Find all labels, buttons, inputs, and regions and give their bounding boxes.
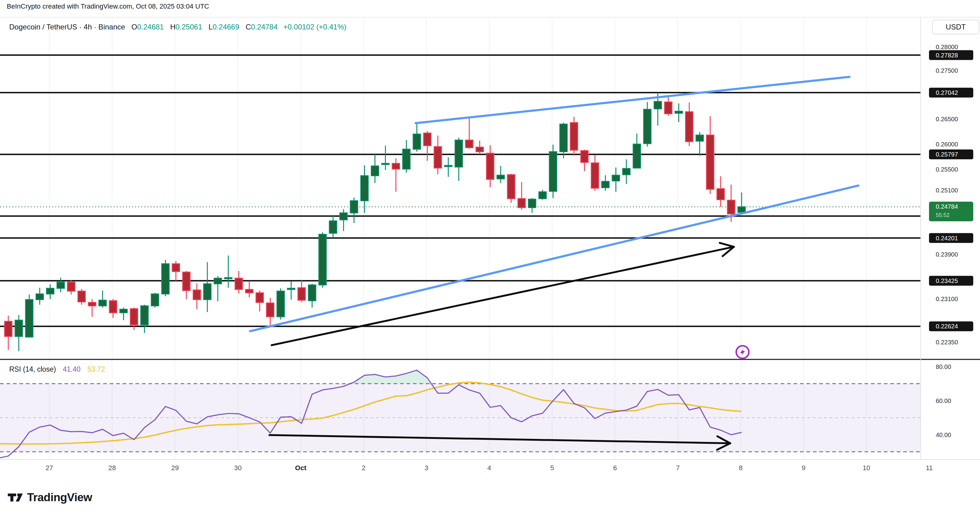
- svg-text:0.23100: 0.23100: [936, 296, 958, 302]
- symbol-title[interactable]: Dogecoin / TetherUS · 4h · Binance: [9, 23, 125, 31]
- high-value: 0.25061: [175, 23, 202, 31]
- svg-text:0.27828: 0.27828: [936, 52, 958, 59]
- trend-arrow-main[interactable]: [272, 243, 734, 345]
- open-label: O: [132, 23, 137, 31]
- svg-text:80.00: 80.00: [936, 363, 951, 370]
- rsi-ma-value: 53.72: [87, 365, 105, 373]
- svg-text:55:52: 55:52: [936, 212, 950, 218]
- svg-text:Oct: Oct: [295, 464, 307, 472]
- tradingview-logo-icon: [7, 490, 23, 505]
- svg-text:0.27500: 0.27500: [936, 67, 958, 74]
- svg-text:0.25100: 0.25100: [936, 187, 958, 194]
- chart-legend: Dogecoin / TetherUS · 4h · Binance O0.24…: [9, 23, 347, 31]
- svg-text:0.25797: 0.25797: [936, 151, 958, 158]
- svg-text:27: 27: [46, 464, 53, 472]
- svg-text:28: 28: [108, 464, 116, 472]
- flash-icon[interactable]: [737, 346, 749, 358]
- svg-text:11: 11: [926, 464, 933, 472]
- open-value: 0.24681: [137, 23, 164, 31]
- svg-text:0.23425: 0.23425: [936, 277, 958, 284]
- close-value: 0.24784: [251, 23, 278, 31]
- svg-text:10: 10: [863, 464, 870, 472]
- svg-text:60.00: 60.00: [936, 398, 951, 404]
- close-label: C: [245, 23, 251, 31]
- price-axis[interactable]: 0.280000.275000.265000.260000.255000.251…: [929, 44, 973, 438]
- trendline-lower[interactable]: [250, 186, 858, 331]
- svg-text:3: 3: [425, 464, 428, 472]
- current-price-label: 0.2478455:52: [929, 202, 973, 221]
- svg-text:7: 7: [676, 464, 679, 472]
- svg-text:0.22624: 0.22624: [936, 323, 958, 330]
- svg-text:6: 6: [613, 464, 617, 472]
- candlesticks: [5, 93, 745, 351]
- rsi-legend: RSI (14, close) 41.40 53.72: [9, 365, 105, 374]
- svg-text:0.24201: 0.24201: [936, 235, 958, 242]
- trendline-upper[interactable]: [416, 77, 850, 123]
- rsi-value: 41.40: [63, 365, 81, 373]
- svg-text:40.00: 40.00: [936, 431, 951, 438]
- svg-text:4: 4: [488, 464, 491, 472]
- currency-toggle-button[interactable]: USDT: [932, 20, 979, 34]
- high-label: H: [170, 23, 175, 31]
- low-value: 0.24669: [213, 23, 239, 31]
- svg-text:29: 29: [171, 464, 178, 472]
- tradingview-logo-text: TradingView: [27, 491, 92, 504]
- price-level-lines: [0, 55, 921, 326]
- time-axis[interactable]: 27282930Oct234567891011: [46, 464, 933, 472]
- svg-text:0.25500: 0.25500: [936, 166, 958, 173]
- rsi-band: [0, 383, 921, 452]
- svg-text:8: 8: [739, 464, 743, 472]
- tradingview-logo[interactable]: TradingView: [7, 490, 92, 505]
- svg-text:0.24784: 0.24784: [936, 203, 958, 210]
- svg-text:9: 9: [802, 464, 805, 472]
- svg-text:5: 5: [550, 464, 554, 472]
- svg-text:30: 30: [234, 464, 242, 472]
- svg-text:0.27042: 0.27042: [936, 89, 958, 96]
- svg-text:0.22350: 0.22350: [936, 339, 958, 345]
- svg-text:0.26000: 0.26000: [936, 141, 958, 147]
- svg-text:2: 2: [361, 464, 365, 472]
- chart-canvas[interactable]: 0.280000.275000.265000.260000.255000.251…: [0, 0, 980, 515]
- rsi-title: RSI (14, close): [9, 365, 56, 373]
- svg-text:0.23900: 0.23900: [936, 251, 958, 258]
- low-label: L: [208, 23, 213, 31]
- change-value: +0.00102 (+0.41%): [283, 23, 347, 31]
- attribution-text: BeInCrypto created with TradingView.com,…: [7, 2, 209, 10]
- svg-text:0.26500: 0.26500: [936, 116, 958, 122]
- svg-text:0.28000: 0.28000: [936, 44, 958, 50]
